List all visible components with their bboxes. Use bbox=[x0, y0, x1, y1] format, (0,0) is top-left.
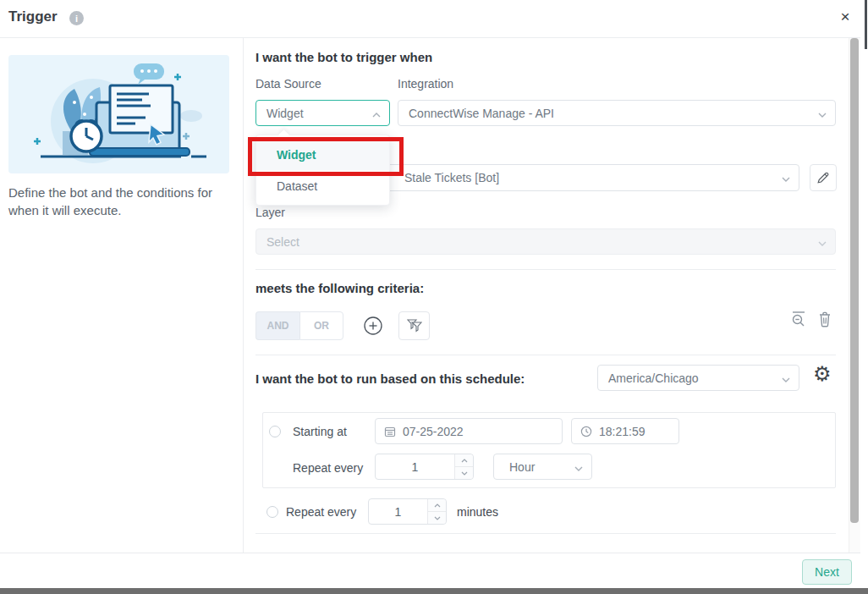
integration-value: ConnectWise Manage - API bbox=[409, 107, 554, 120]
illustration-graphic bbox=[8, 55, 229, 173]
header-divider bbox=[0, 37, 860, 38]
stepper-up-icon[interactable] bbox=[428, 499, 446, 511]
widget-value: Stale Tickets [Bot] bbox=[404, 171, 499, 184]
trash-icon bbox=[816, 310, 833, 328]
modal-description: Define the bot and the conditions for wh… bbox=[8, 184, 237, 219]
next-button[interactable]: Next bbox=[802, 559, 852, 585]
chevron-down-icon bbox=[782, 171, 790, 184]
schedule-heading: I want the bot to run based on this sche… bbox=[255, 371, 525, 386]
section-divider bbox=[255, 355, 836, 355]
hour-interval-input[interactable]: 1 bbox=[375, 454, 474, 480]
repeat-every-hour-label: Repeat every bbox=[293, 461, 363, 475]
annotation-highlight-box bbox=[248, 137, 404, 176]
chevron-down-icon bbox=[818, 107, 827, 120]
search-preview-icon bbox=[789, 310, 808, 328]
or-button[interactable]: OR bbox=[299, 311, 343, 340]
integration-label: Integration bbox=[398, 77, 453, 91]
pencil-icon bbox=[816, 171, 830, 184]
page-title: Trigger bbox=[8, 8, 58, 25]
criteria-heading: meets the following criteria: bbox=[255, 281, 424, 295]
scrollbar-thumb[interactable] bbox=[850, 38, 859, 523]
preview-query-button[interactable] bbox=[789, 310, 808, 328]
date-input[interactable]: 07-25-2022 bbox=[375, 418, 563, 444]
data-source-select[interactable]: Widget bbox=[255, 100, 390, 126]
data-source-value: Widget bbox=[266, 107, 304, 120]
and-button[interactable]: AND bbox=[255, 311, 299, 340]
info-icon[interactable]: i bbox=[69, 11, 84, 25]
minutes-interval-input[interactable]: 1 bbox=[368, 498, 447, 525]
trigger-illustration bbox=[8, 55, 229, 173]
stepper-down-icon[interactable] bbox=[455, 466, 473, 479]
chevron-down-icon bbox=[818, 235, 827, 249]
filter-group-icon bbox=[407, 319, 422, 333]
section-divider bbox=[255, 269, 836, 270]
time-input[interactable]: 18:21:59 bbox=[571, 418, 679, 444]
repeat-every-minutes-label: Repeat every bbox=[286, 505, 356, 519]
date-value: 07-25-2022 bbox=[403, 425, 464, 438]
stepper-up-icon[interactable] bbox=[455, 454, 473, 466]
starting-at-label: Starting at bbox=[293, 425, 347, 438]
hour-interval-stepper bbox=[454, 454, 473, 479]
stepper-down-icon[interactable] bbox=[428, 511, 446, 524]
trigger-heading: I want the bot to trigger when bbox=[255, 50, 432, 64]
plus-circle-icon bbox=[363, 316, 383, 336]
minutes-interval-stepper bbox=[427, 499, 446, 524]
layer-select[interactable]: Select bbox=[255, 228, 836, 255]
chevron-down-icon bbox=[782, 371, 790, 385]
delete-button[interactable] bbox=[816, 310, 833, 328]
edit-widget-button[interactable] bbox=[810, 164, 837, 191]
close-icon[interactable]: × bbox=[836, 8, 854, 26]
data-source-label: Data Source bbox=[255, 77, 321, 91]
hour-interval-value: 1 bbox=[376, 454, 454, 479]
timezone-value: America/Chicago bbox=[608, 371, 699, 385]
starting-at-radio[interactable] bbox=[269, 426, 281, 437]
clock-icon bbox=[580, 426, 592, 437]
panel-divider bbox=[243, 38, 244, 553]
window-right-edge bbox=[865, 0, 867, 49]
repeat-minutes-radio[interactable] bbox=[266, 506, 278, 518]
repeat-unit-select[interactable]: Hour bbox=[493, 454, 592, 480]
layer-label: Layer bbox=[255, 206, 285, 219]
time-value: 18:21:59 bbox=[599, 425, 646, 438]
section-divider bbox=[255, 533, 836, 534]
window-bottom-edge bbox=[0, 588, 868, 594]
and-or-toggle: AND OR bbox=[255, 311, 343, 340]
chevron-up-icon bbox=[372, 107, 381, 120]
add-group-button[interactable] bbox=[398, 311, 430, 340]
minutes-unit-label: minutes bbox=[457, 505, 498, 519]
footer-divider bbox=[0, 553, 860, 553]
integration-select[interactable]: ConnectWise Manage - API bbox=[398, 100, 836, 126]
gear-icon[interactable]: ⚙ bbox=[813, 364, 832, 384]
calendar-icon bbox=[384, 426, 396, 437]
chevron-down-icon bbox=[574, 460, 583, 474]
timezone-select[interactable]: America/Chicago bbox=[597, 365, 799, 391]
layer-placeholder: Select bbox=[266, 235, 299, 249]
repeat-unit-value: Hour bbox=[509, 460, 535, 474]
add-condition-button[interactable] bbox=[363, 316, 383, 336]
minutes-interval-value: 1 bbox=[369, 499, 427, 524]
